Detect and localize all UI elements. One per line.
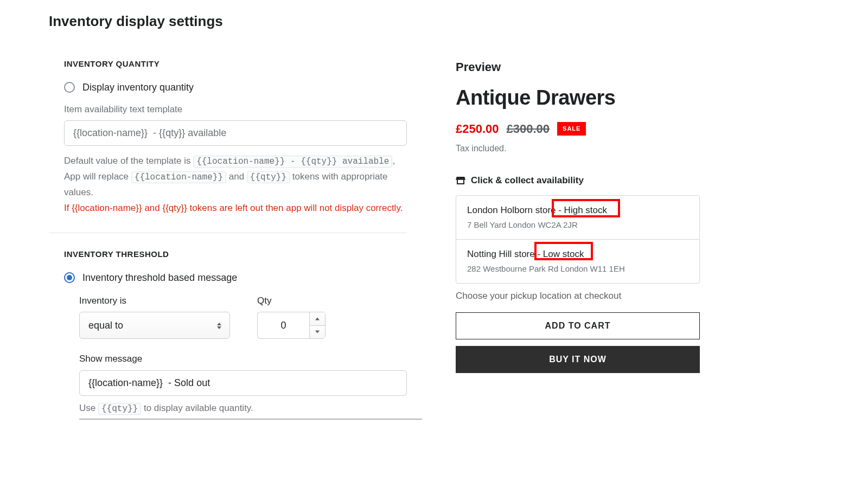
buy-it-now-button[interactable]: BUY IT NOW bbox=[456, 346, 700, 373]
page-title: Inventory display settings bbox=[49, 11, 819, 32]
threshold-radio-row[interactable]: Inventory threshold based message bbox=[64, 271, 407, 285]
qty-hint: Use {{qty}} to display avilable quantity… bbox=[79, 401, 407, 415]
inventory-quantity-heading: INVENTORY QUANTITY bbox=[64, 58, 407, 70]
show-message-label: Show message bbox=[79, 352, 407, 366]
qty-step-down[interactable] bbox=[310, 325, 325, 339]
stock-status: - High stock bbox=[556, 205, 607, 215]
display-quantity-radio-row[interactable]: Display inventory quantity bbox=[64, 80, 407, 95]
product-price: £250.00 bbox=[456, 120, 499, 138]
template-help-text: Default value of the template is {{locat… bbox=[64, 153, 407, 216]
inventory-is-label: Inventory is bbox=[79, 294, 230, 308]
chevron-updown-icon bbox=[216, 320, 222, 332]
add-to-cart-button[interactable]: ADD TO CART bbox=[456, 312, 700, 339]
qty-step-up[interactable] bbox=[310, 312, 325, 325]
inventory-condition-select[interactable]: equal to bbox=[79, 312, 230, 339]
token-full: {{location-name}} - {{qty}} available bbox=[193, 156, 392, 168]
preview-heading: Preview bbox=[456, 58, 700, 76]
qty-stepper[interactable] bbox=[309, 312, 326, 339]
section-divider bbox=[49, 233, 407, 233]
threshold-radio[interactable] bbox=[64, 272, 75, 283]
template-field-label: Item availability text template bbox=[64, 102, 407, 117]
token-location: {{location-name}} bbox=[131, 171, 226, 183]
location-address: 7 Bell Yard London WC2A 2JR bbox=[467, 219, 688, 232]
bottom-divider bbox=[79, 419, 422, 420]
location-address: 282 Westbourne Park Rd London W11 1EH bbox=[467, 263, 688, 275]
qty-input[interactable] bbox=[257, 312, 309, 339]
qty-label: Qty bbox=[257, 294, 326, 308]
template-input[interactable] bbox=[64, 120, 407, 146]
location-item: Notting Hill store - Low stock 282 Westb… bbox=[456, 239, 699, 283]
tax-note: Tax included. bbox=[456, 142, 700, 155]
sale-badge: SALE bbox=[557, 122, 586, 136]
location-list: London Holborn store - High stock 7 Bell… bbox=[456, 195, 700, 284]
display-quantity-label: Display inventory quantity bbox=[82, 80, 194, 95]
click-collect-title: Click & collect availability bbox=[471, 174, 584, 188]
stock-status: - Low stock bbox=[535, 249, 584, 259]
threshold-radio-label: Inventory threshold based message bbox=[82, 271, 237, 285]
display-quantity-radio[interactable] bbox=[64, 82, 75, 93]
inventory-threshold-heading: INVENTORY THRESHOLD bbox=[64, 248, 407, 261]
show-message-input[interactable] bbox=[79, 370, 407, 396]
pickup-note: Choose your pickup location at checkout bbox=[456, 289, 700, 303]
token-qty: {{qty}} bbox=[247, 171, 290, 183]
template-warning: If {{location-name}} and {{qty}} tokens … bbox=[64, 203, 403, 213]
product-compare-price: £300.00 bbox=[507, 120, 550, 138]
token-qty-hint: {{qty}} bbox=[98, 403, 141, 415]
location-item: London Holborn store - High stock 7 Bell… bbox=[456, 196, 699, 239]
product-title: Antique Drawers bbox=[456, 82, 700, 113]
store-icon bbox=[456, 177, 465, 184]
